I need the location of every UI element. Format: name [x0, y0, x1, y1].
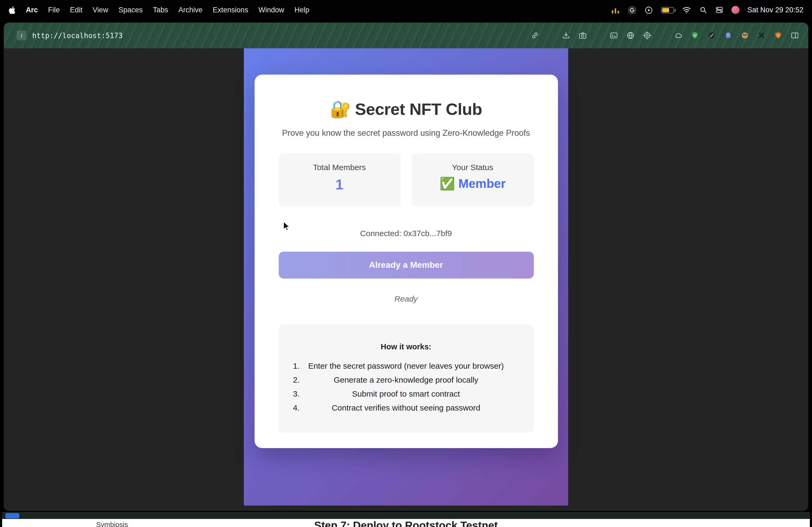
- grammarly-icon[interactable]: [627, 6, 636, 14]
- total-members-card: Total Members 1: [278, 153, 400, 207]
- step-number: 1.: [293, 359, 300, 373]
- how-it-works-list: 1. Enter the secret password (never leav…: [278, 359, 534, 415]
- total-members-label: Total Members: [278, 163, 400, 172]
- owl-extension-icon[interactable]: [740, 31, 750, 40]
- menu-bar-clock[interactable]: Sat Nov 29 20:52: [747, 6, 803, 14]
- page-title: 🔐 Secret NFT Club: [278, 99, 534, 119]
- toolbar-extensions: [530, 31, 800, 40]
- background-heading: Step 7: Deploy to Rootstock Testnet: [314, 520, 498, 527]
- spotlight-search-icon[interactable]: [699, 6, 707, 14]
- ink-pen-extension-icon[interactable]: [707, 31, 716, 40]
- apple-menu-icon[interactable]: [9, 6, 16, 14]
- already-member-button[interactable]: Already a Member: [278, 252, 534, 278]
- globe-icon[interactable]: [626, 31, 635, 40]
- menu-item-spaces[interactable]: Spaces: [118, 6, 143, 14]
- step-text: Submit proof to smart contract: [352, 389, 460, 398]
- browser-toolbar: i http://localhost:5173: [4, 22, 808, 48]
- split-view-icon[interactable]: [790, 31, 800, 40]
- picker-target-icon[interactable]: [642, 31, 652, 40]
- step-number: 3.: [293, 387, 300, 401]
- menu-item-extensions[interactable]: Extensions: [213, 6, 248, 14]
- background-window: Symbiosis Step 7: Deploy to Rootstock Te…: [2, 519, 810, 527]
- battery-icon[interactable]: [661, 7, 674, 13]
- download-icon[interactable]: [561, 31, 571, 40]
- url-text: http://localhost:5173: [32, 31, 123, 40]
- avatar-icon[interactable]: [731, 6, 739, 14]
- stats-row: Total Members 1 Your Status ✅ Member: [278, 153, 534, 207]
- screenshot-camera-icon[interactable]: [578, 31, 588, 40]
- background-tab-label[interactable]: Symbiosis: [96, 521, 128, 527]
- play-icon[interactable]: [644, 6, 653, 14]
- connected-address: Connected: 0x37cb...7bf9: [278, 229, 534, 238]
- web-page: 🔐 Secret NFT Club Prove you know the sec…: [244, 48, 568, 506]
- member-text: Member: [458, 177, 506, 191]
- your-status-value: ✅ Member: [412, 177, 534, 191]
- background-window-blue-tab[interactable]: [5, 513, 19, 518]
- menu-item-window[interactable]: Window: [258, 6, 284, 14]
- list-item: 2. Generate a zero-knowledge proof local…: [278, 373, 534, 387]
- menu-app-name[interactable]: Arc: [26, 6, 38, 14]
- step-text: Generate a zero-knowledge proof locally: [334, 375, 478, 384]
- menu-item-archive[interactable]: Archive: [178, 6, 202, 14]
- step-text: Enter the secret password (never leaves …: [308, 361, 504, 370]
- menu-item-file[interactable]: File: [48, 6, 60, 14]
- menu-item-help[interactable]: Help: [294, 6, 309, 14]
- url-bar[interactable]: i http://localhost:5173: [12, 28, 127, 43]
- status-text: Ready: [278, 294, 534, 303]
- browser-content: 🔐 Secret NFT Club Prove you know the sec…: [4, 48, 808, 511]
- terminal-icon[interactable]: [609, 31, 619, 40]
- shield-extension-icon[interactable]: [690, 31, 700, 40]
- menu-item-view[interactable]: View: [93, 6, 108, 14]
- list-item: 3. Submit proof to smart contract: [278, 387, 534, 401]
- how-it-works-heading: How it works:: [278, 342, 534, 351]
- menu-item-tabs[interactable]: Tabs: [153, 6, 168, 14]
- page-subtitle: Prove you know the secret password using…: [278, 128, 534, 138]
- checkmark-icon: ✅: [439, 177, 455, 191]
- ghost-extension-icon[interactable]: [723, 31, 733, 40]
- total-members-value: 1: [278, 177, 400, 193]
- cloud-extension-icon[interactable]: [673, 31, 683, 40]
- step-number: 2.: [293, 373, 300, 387]
- step-text: Contract verifies without seeing passwor…: [332, 403, 480, 412]
- how-it-works-box: How it works: 1. Enter the secret passwo…: [278, 325, 534, 433]
- wifi-icon[interactable]: [682, 6, 691, 14]
- copy-link-icon[interactable]: [530, 31, 540, 40]
- control-center-icon[interactable]: [715, 6, 723, 14]
- screen: Arc File Edit View Spaces Tabs Archive E…: [0, 0, 812, 527]
- background-window-toolbar: [2, 512, 810, 519]
- your-status-card: Your Status ✅ Member: [412, 153, 534, 207]
- your-status-label: Your Status: [412, 163, 534, 172]
- stocks-icon[interactable]: [611, 6, 620, 14]
- app-card: 🔐 Secret NFT Club Prove you know the sec…: [254, 75, 558, 448]
- list-item: 1. Enter the secret password (never leav…: [278, 359, 534, 373]
- site-info-icon[interactable]: i: [17, 31, 26, 40]
- menu-item-edit[interactable]: Edit: [70, 6, 83, 14]
- list-item: 4. Contract verifies without seeing pass…: [278, 401, 534, 415]
- x-extension-icon[interactable]: [757, 31, 766, 40]
- step-number: 4.: [293, 401, 300, 415]
- metamask-fox-icon[interactable]: [773, 31, 783, 40]
- menu-bar: Arc File Edit View Spaces Tabs Archive E…: [0, 0, 812, 20]
- browser-window: i http://localhost:5173: [4, 22, 808, 511]
